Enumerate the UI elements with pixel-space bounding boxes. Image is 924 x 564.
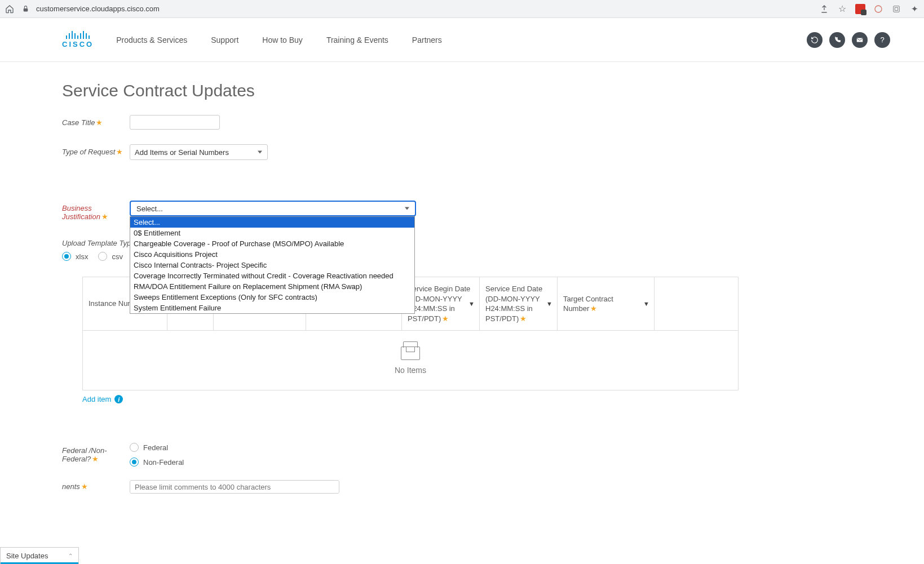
radio-federal[interactable]: Federal [130, 443, 184, 452]
bj-option-sweeps[interactable]: Sweeps Entitlement Exceptions (Only for … [130, 292, 414, 303]
add-item-link[interactable]: Add item [82, 395, 111, 403]
svg-point-1 [875, 6, 882, 12]
comments-label: nents★ [62, 480, 130, 491]
bj-option-system[interactable]: System Entitlement Failure [130, 303, 414, 313]
main-nav: Products & Services Support How to Buy T… [116, 35, 442, 45]
logo-text: CISCO [62, 40, 94, 48]
bj-option-chargeable[interactable]: Chargeable Coverage - Proof of Purchase … [130, 238, 414, 249]
th-blank [655, 277, 738, 330]
radio-nonfederal-label: Non-Federal [143, 458, 184, 467]
site-header: CISCO Products & Services Support How to… [0, 18, 924, 62]
info-icon[interactable]: i [114, 395, 123, 403]
radio-csv[interactable]: csv [98, 252, 123, 261]
case-title-label: Case Title★ [62, 115, 130, 127]
bj-option-terminated[interactable]: Coverage Incorrectly Terminated without … [130, 270, 414, 281]
empty-tray-icon [401, 347, 420, 360]
svg-rect-0 [23, 8, 28, 11]
svg-rect-4 [857, 38, 863, 42]
url-text[interactable]: customerservice.cloudapps.cisco.com [36, 5, 160, 13]
extension-red-icon[interactable] [855, 4, 865, 14]
th-end-date: Service End Date (DD-MON-YYYY H24:MM:SS … [480, 277, 558, 330]
radio-csv-label: csv [112, 252, 123, 261]
case-title-input[interactable] [130, 115, 220, 130]
home-icon[interactable] [5, 4, 15, 14]
nav-products[interactable]: Products & Services [116, 35, 187, 45]
radio-nonfederal[interactable]: Non-Federal [130, 458, 184, 467]
nav-howtobuy[interactable]: How to Buy [262, 35, 303, 45]
extension-icon-3[interactable] [891, 4, 901, 14]
puzzle-icon[interactable]: ✦ [909, 4, 919, 14]
bookmark-star-icon[interactable]: ☆ [837, 4, 847, 14]
type-of-request-select[interactable]: Add Items or Serial Numbers [130, 144, 268, 160]
svg-rect-3 [895, 7, 898, 10]
nav-support[interactable]: Support [211, 35, 238, 45]
filter-icon[interactable]: ▼ [643, 300, 649, 307]
share-icon[interactable] [819, 4, 829, 14]
nav-partners[interactable]: Partners [412, 35, 442, 45]
filter-icon[interactable]: ▼ [546, 300, 552, 307]
bj-option-internal[interactable]: Cisco Internal Contracts- Project Specif… [130, 260, 414, 270]
mail-icon[interactable] [852, 32, 868, 48]
comments-textarea[interactable] [130, 480, 339, 494]
nav-training[interactable]: Training & Events [326, 35, 388, 45]
cisco-logo[interactable]: CISCO [62, 31, 94, 48]
radio-xlsx[interactable]: xlsx [62, 252, 88, 261]
bj-option-select[interactable]: Select... [130, 217, 414, 228]
history-icon[interactable] [807, 32, 823, 48]
filter-icon[interactable]: ▼ [468, 300, 475, 307]
no-items-text: No Items [395, 366, 426, 375]
business-justification-select[interactable]: Select... [130, 201, 416, 216]
phone-icon[interactable] [829, 32, 845, 48]
radio-federal-label: Federal [143, 443, 168, 452]
page-title: Service Contract Updates [62, 81, 739, 100]
business-justification-dropdown: Select... 0$ Entitlement Chargeable Cove… [130, 216, 415, 314]
bj-option-rma[interactable]: RMA/DOA Entitlement Failure on Replaceme… [130, 281, 414, 292]
radio-xlsx-label: xlsx [76, 252, 88, 261]
help-icon[interactable]: ? [874, 32, 890, 48]
federal-label: Federal /Non-Federal?★ [62, 443, 130, 463]
upload-template-label: Upload Template Typ [62, 239, 131, 247]
bj-option-0dollar[interactable]: 0$ Entitlement [130, 228, 414, 238]
svg-rect-2 [894, 6, 900, 12]
bj-option-acquisitions[interactable]: Cisco Acquisitions Project [130, 249, 414, 260]
browser-toolbar: customerservice.cloudapps.cisco.com ☆ ✦ [0, 0, 924, 18]
type-of-request-label: Type of Request★ [62, 144, 130, 156]
th-target-contract: Target Contract Number★▼ [558, 277, 655, 330]
extension-icon-2[interactable] [873, 4, 883, 14]
business-justification-label: Business Justification★ [62, 201, 130, 221]
lock-icon [20, 4, 30, 14]
